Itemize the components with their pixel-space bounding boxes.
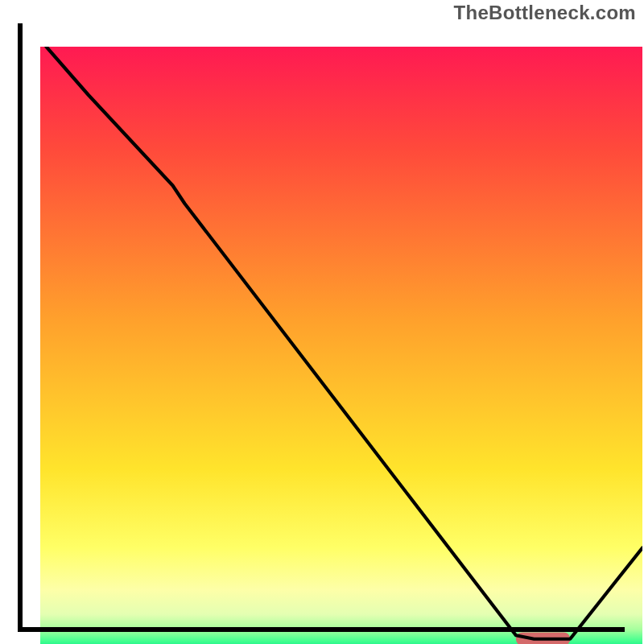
watermark-text: TheBottleneck.com — [454, 2, 636, 24]
x-axis — [18, 627, 625, 632]
plot-svg — [40, 47, 642, 644]
y-axis — [18, 23, 23, 627]
plot-area — [18, 23, 625, 627]
chart-container: TheBottleneck.com — [0, 0, 644, 644]
gradient-background — [40, 47, 642, 644]
